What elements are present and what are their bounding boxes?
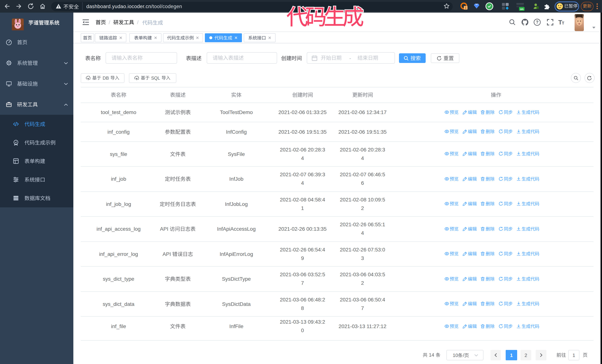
svg-text:1: 1 bbox=[465, 6, 467, 10]
svg-text:T: T bbox=[562, 21, 564, 25]
svg-text:?: ? bbox=[536, 20, 538, 25]
svg-text:on: on bbox=[520, 7, 524, 10]
svg-text:T: T bbox=[558, 19, 562, 26]
